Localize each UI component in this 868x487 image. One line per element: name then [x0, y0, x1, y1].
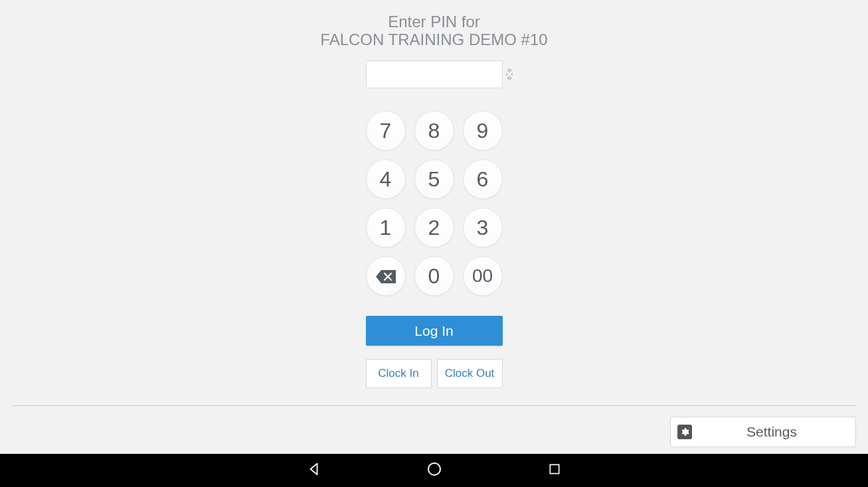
- home-icon: [426, 461, 442, 480]
- key-0[interactable]: 0: [414, 256, 454, 296]
- key-8[interactable]: 8: [414, 111, 454, 151]
- clock-in-button[interactable]: Clock In: [366, 359, 432, 388]
- settings-label: Settings: [695, 424, 849, 440]
- key-5[interactable]: 5: [414, 159, 454, 199]
- key-1[interactable]: 1: [366, 208, 406, 247]
- key-4[interactable]: 4: [366, 159, 406, 199]
- clear-icon: [506, 68, 513, 80]
- svg-point-0: [428, 463, 440, 475]
- keypad: 7 8 9 4 5 6 1 2 3 0 00: [366, 111, 503, 296]
- pin-input[interactable]: [373, 68, 506, 80]
- login-button[interactable]: Log In: [366, 316, 503, 346]
- divider: [12, 405, 856, 406]
- key-9[interactable]: 9: [463, 111, 503, 151]
- main-content: Enter PIN for FALCON TRAINING DEMO #10 7…: [0, 0, 868, 454]
- header-account-name: FALCON TRAINING DEMO #10: [320, 31, 547, 50]
- key-2[interactable]: 2: [414, 208, 454, 247]
- android-nav-bar: [0, 454, 868, 487]
- recents-icon: [548, 462, 561, 478]
- header: Enter PIN for FALCON TRAINING DEMO #10: [320, 13, 547, 50]
- key-3[interactable]: 3: [463, 208, 503, 247]
- gear-icon: [677, 425, 692, 439]
- settings-button[interactable]: Settings: [670, 417, 856, 447]
- nav-back-button[interactable]: [305, 462, 323, 479]
- nav-recents-button[interactable]: [546, 462, 563, 479]
- backspace-icon: [376, 264, 396, 289]
- clear-input-button[interactable]: [506, 68, 513, 80]
- svg-rect-1: [550, 464, 559, 473]
- key-backspace[interactable]: [366, 256, 406, 296]
- key-7[interactable]: 7: [366, 111, 406, 151]
- key-6[interactable]: 6: [463, 159, 503, 199]
- nav-home-button[interactable]: [426, 462, 443, 479]
- back-icon: [307, 462, 321, 479]
- key-00[interactable]: 00: [463, 256, 503, 296]
- clock-out-button[interactable]: Clock Out: [437, 359, 503, 388]
- secondary-actions: Clock In Clock Out: [366, 359, 503, 388]
- header-prompt: Enter PIN for: [320, 13, 547, 31]
- pin-input-container[interactable]: [366, 60, 503, 88]
